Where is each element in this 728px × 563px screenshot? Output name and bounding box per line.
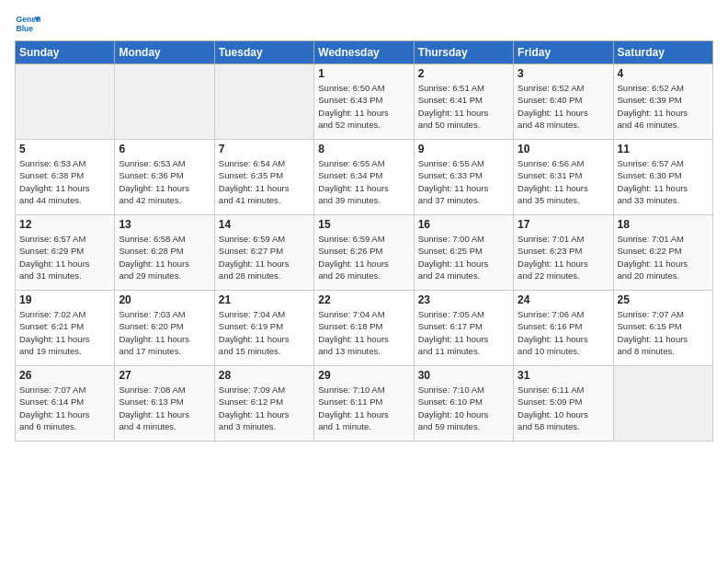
day-number: 14 [219,218,310,231]
day-number: 31 [518,369,609,382]
day-number: 15 [318,218,409,231]
day-cell [115,64,214,140]
weekday-header-friday: Friday [514,41,613,64]
day-number: 12 [19,218,110,231]
logo: General Blue [15,11,40,37]
day-cell: 8Sunrise: 6:55 AMSunset: 6:34 PMDaylight… [314,140,414,215]
week-row-1: 1Sunrise: 6:50 AMSunset: 6:43 PMDaylight… [16,64,713,140]
day-cell: 28Sunrise: 7:09 AMSunset: 6:12 PMDayligh… [214,366,313,442]
day-info: Sunrise: 7:04 AMSunset: 6:19 PMDaylight:… [219,308,310,357]
day-cell: 29Sunrise: 7:10 AMSunset: 6:11 PMDayligh… [314,366,414,442]
day-cell: 2Sunrise: 6:51 AMSunset: 6:41 PMDaylight… [414,64,513,140]
header: General Blue [15,11,713,37]
day-number: 18 [618,218,709,231]
day-cell: 5Sunrise: 6:53 AMSunset: 6:38 PMDaylight… [16,140,115,215]
day-cell: 22Sunrise: 7:04 AMSunset: 6:18 PMDayligh… [314,291,414,366]
day-info: Sunrise: 6:54 AMSunset: 6:35 PMDaylight:… [219,157,310,206]
day-number: 27 [119,369,210,382]
day-cell: 18Sunrise: 7:01 AMSunset: 6:22 PMDayligh… [613,215,712,291]
day-cell [613,366,712,442]
day-cell: 23Sunrise: 7:05 AMSunset: 6:17 PMDayligh… [414,291,513,366]
day-cell: 10Sunrise: 6:56 AMSunset: 6:31 PMDayligh… [514,140,613,215]
day-number: 23 [418,293,509,306]
svg-text:Blue: Blue [17,24,34,33]
day-cell: 20Sunrise: 7:03 AMSunset: 6:20 PMDayligh… [115,291,214,366]
day-number: 9 [418,143,509,155]
day-cell: 6Sunrise: 6:53 AMSunset: 6:36 PMDaylight… [115,140,214,215]
weekday-header-sunday: Sunday [16,41,115,64]
day-info: Sunrise: 6:59 AMSunset: 6:27 PMDaylight:… [219,233,310,282]
day-info: Sunrise: 6:57 AMSunset: 6:30 PMDaylight:… [618,157,709,206]
day-cell: 21Sunrise: 7:04 AMSunset: 6:19 PMDayligh… [214,291,313,366]
day-number: 29 [318,369,409,382]
day-number: 7 [219,143,310,155]
day-number: 16 [418,218,509,231]
day-info: Sunrise: 7:07 AMSunset: 6:15 PMDaylight:… [618,308,709,357]
day-number: 21 [219,293,310,306]
day-info: Sunrise: 7:04 AMSunset: 6:18 PMDaylight:… [318,308,409,357]
day-number: 10 [518,143,609,155]
day-info: Sunrise: 7:02 AMSunset: 6:21 PMDaylight:… [19,308,110,357]
day-info: Sunrise: 7:09 AMSunset: 6:12 PMDaylight:… [219,384,310,432]
day-info: Sunrise: 7:01 AMSunset: 6:22 PMDaylight:… [618,233,709,282]
day-cell: 17Sunrise: 7:01 AMSunset: 6:23 PMDayligh… [514,215,613,291]
day-info: Sunrise: 6:55 AMSunset: 6:34 PMDaylight:… [318,157,409,206]
day-number: 2 [418,67,509,80]
day-number: 5 [19,143,110,155]
day-cell: 15Sunrise: 6:59 AMSunset: 6:26 PMDayligh… [314,215,414,291]
day-number: 20 [119,293,210,306]
day-number: 24 [518,293,609,306]
weekday-header-wednesday: Wednesday [314,41,414,64]
weekday-header-row: SundayMondayTuesdayWednesdayThursdayFrid… [16,41,713,64]
day-number: 11 [618,143,709,155]
day-info: Sunrise: 7:07 AMSunset: 6:14 PMDaylight:… [19,384,110,432]
day-cell: 7Sunrise: 6:54 AMSunset: 6:35 PMDaylight… [214,140,313,215]
day-info: Sunrise: 6:50 AMSunset: 6:43 PMDaylight:… [318,82,409,131]
day-info: Sunrise: 6:58 AMSunset: 6:28 PMDaylight:… [119,233,210,282]
day-cell: 13Sunrise: 6:58 AMSunset: 6:28 PMDayligh… [115,215,214,291]
day-cell: 31Sunrise: 6:11 AMSunset: 5:09 PMDayligh… [514,366,613,442]
day-cell: 19Sunrise: 7:02 AMSunset: 6:21 PMDayligh… [16,291,115,366]
weekday-header-tuesday: Tuesday [214,41,313,64]
day-number: 3 [518,67,609,80]
week-row-5: 26Sunrise: 7:07 AMSunset: 6:14 PMDayligh… [16,366,713,442]
day-number: 19 [19,293,110,306]
day-number: 13 [119,218,210,231]
day-number: 30 [418,369,509,382]
day-number: 22 [318,293,409,306]
day-info: Sunrise: 7:00 AMSunset: 6:25 PMDaylight:… [418,233,509,282]
day-info: Sunrise: 6:51 AMSunset: 6:41 PMDaylight:… [418,82,509,131]
day-number: 8 [318,143,409,155]
calendar-container: General Blue SundayMondayTuesdayWednesda… [0,0,728,449]
day-info: Sunrise: 7:10 AMSunset: 6:10 PMDaylight:… [418,384,509,432]
day-info: Sunrise: 7:03 AMSunset: 6:20 PMDaylight:… [119,308,210,357]
weekday-header-monday: Monday [115,41,214,64]
day-info: Sunrise: 6:55 AMSunset: 6:33 PMDaylight:… [418,157,509,206]
day-number: 25 [618,293,709,306]
day-cell: 24Sunrise: 7:06 AMSunset: 6:16 PMDayligh… [514,291,613,366]
day-cell: 11Sunrise: 6:57 AMSunset: 6:30 PMDayligh… [613,140,712,215]
weekday-header-saturday: Saturday [613,41,712,64]
day-cell: 14Sunrise: 6:59 AMSunset: 6:27 PMDayligh… [214,215,313,291]
day-cell: 4Sunrise: 6:52 AMSunset: 6:39 PMDaylight… [613,64,712,140]
day-info: Sunrise: 7:08 AMSunset: 6:13 PMDaylight:… [119,384,210,432]
day-number: 26 [19,369,110,382]
day-cell: 26Sunrise: 7:07 AMSunset: 6:14 PMDayligh… [16,366,115,442]
day-info: Sunrise: 7:06 AMSunset: 6:16 PMDaylight:… [518,308,609,357]
day-cell: 9Sunrise: 6:55 AMSunset: 6:33 PMDaylight… [414,140,513,215]
day-cell: 1Sunrise: 6:50 AMSunset: 6:43 PMDaylight… [314,64,414,140]
day-info: Sunrise: 7:10 AMSunset: 6:11 PMDaylight:… [318,384,409,432]
day-number: 4 [618,67,709,80]
day-cell [16,64,115,140]
day-number: 17 [518,218,609,231]
day-info: Sunrise: 6:52 AMSunset: 6:39 PMDaylight:… [618,82,709,131]
day-info: Sunrise: 6:53 AMSunset: 6:38 PMDaylight:… [19,157,110,206]
logo-icon: General Blue [15,11,40,37]
week-row-4: 19Sunrise: 7:02 AMSunset: 6:21 PMDayligh… [16,291,713,366]
day-info: Sunrise: 6:11 AMSunset: 5:09 PMDaylight:… [518,384,609,432]
weekday-header-thursday: Thursday [414,41,513,64]
day-info: Sunrise: 6:52 AMSunset: 6:40 PMDaylight:… [518,82,609,131]
day-cell: 16Sunrise: 7:00 AMSunset: 6:25 PMDayligh… [414,215,513,291]
day-cell [214,64,313,140]
day-info: Sunrise: 7:05 AMSunset: 6:17 PMDaylight:… [418,308,509,357]
